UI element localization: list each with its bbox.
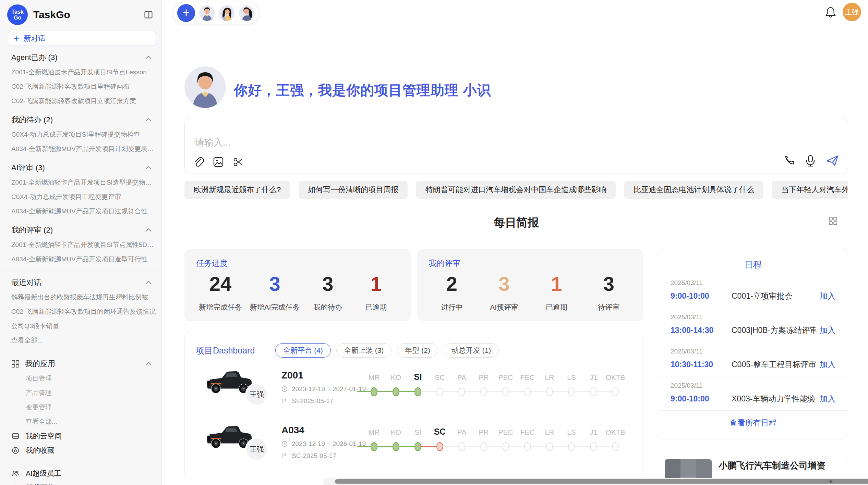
sidebar-task-item[interactable]: C0X4-动力总成开发项目SI里程碑提交物检查 [0, 127, 161, 142]
chat-input[interactable] [194, 137, 710, 148]
sidebar-section-header[interactable]: AI评审 (3) [0, 160, 161, 175]
sidebar-task-item[interactable]: Z001-全新燃油轻卡产品开发项目SI节点属性5D文件评审 [0, 238, 161, 252]
milestone: SI [407, 369, 429, 413]
milestone-dot [414, 387, 421, 396]
recent-chat-item[interactable]: 解释最新出台的欧盟报废车法规再生塑料比例被调至15%... [0, 290, 161, 304]
milestone-label: FEC [520, 373, 535, 382]
apps-view-all[interactable]: 查看全部... [0, 414, 161, 429]
app-item[interactable]: 变更管理 [0, 400, 161, 414]
notifications-bell-icon[interactable] [825, 6, 836, 18]
sidebar-task-item[interactable]: Z001-全新燃油皮卡产品开发项目SI节点Lesson Learn报告 [0, 65, 161, 79]
suggestion-chip[interactable]: 当下年轻人对汽车外观有怎样的喜好趋势 [772, 181, 848, 199]
my-apps-header[interactable]: 我的应用 [0, 356, 161, 371]
sidebar-task-item[interactable]: C0X4-动力总成开发项目工程变更评审 [0, 190, 161, 204]
project-dashboard-card: 项目Dashboard 全新平台 (4)全新上装 (3)年型 (2)动总开发 (… [184, 332, 643, 479]
project-row[interactable]: 王强 Z001 2023-12-19 ~ 2027-01-19 SI-2025-… [185, 366, 643, 421]
sidebar-section-header[interactable]: 我的待办 (2) [0, 112, 161, 127]
user-avatar[interactable]: 王强 [843, 3, 861, 21]
stat-value: 3 [484, 273, 525, 296]
send-icon[interactable] [826, 154, 839, 167]
milestone-label: FEC [520, 428, 535, 436]
agent-avatar-2[interactable] [219, 5, 235, 21]
sidebar-section-title: Agent已办 (3) [11, 52, 58, 63]
chevron-up-icon [145, 362, 152, 366]
stat: 1 已逾期 [536, 273, 577, 312]
sidebar-section-title: AI评审 (3) [11, 163, 45, 173]
add-agent-button[interactable]: + [177, 4, 195, 22]
dashboard-filter-chip[interactable]: 全新上装 (3) [336, 343, 392, 358]
layout-grid-icon[interactable] [829, 216, 837, 225]
horizontal-scrollbar[interactable] [324, 478, 868, 485]
stat: 1 已逾期 [356, 273, 396, 312]
milestone-dot [546, 387, 553, 396]
recent-chat-item[interactable]: 公司Q3轻卡销量 [0, 319, 161, 333]
schedule-join-link[interactable]: 加入 [820, 359, 835, 370]
logo-line1: Task [11, 9, 23, 15]
sidebar-task-item[interactable]: C02-飞腾新能源轻客改款项目里程碑画布 [0, 79, 161, 94]
scissors-icon[interactable] [233, 157, 244, 167]
milestone-label: SI [414, 428, 421, 436]
chat-composer [184, 117, 848, 173]
recent-chats-title: 最近对话 [11, 277, 41, 288]
recent-chat-item[interactable]: C02-飞腾新能源轻客改款项目的闭环通告反馈情况 [0, 304, 161, 319]
milestone-label: PR [479, 428, 489, 436]
phone-icon[interactable] [783, 155, 795, 166]
schedule-join-link[interactable]: 加入 [820, 394, 835, 404]
star-badge-icon [11, 447, 20, 454]
schedule-join-link[interactable]: 加入 [820, 291, 835, 301]
suggestion-chip[interactable]: 如何写一份清晰的项目周报 [299, 181, 408, 199]
attach-icon[interactable] [194, 157, 204, 167]
agent-avatar-3[interactable] [239, 5, 255, 21]
assistant-avatar [184, 66, 226, 108]
suggestion-chip[interactable]: 欧洲新规最近颁布了什么? [184, 181, 290, 199]
sidebar-task-item[interactable]: A034-全新新能源MUV产品开发项目法规符合性评审 [0, 204, 161, 219]
scrollbar-thumb[interactable] [335, 479, 868, 484]
sidebar-collapse-button[interactable] [142, 9, 155, 21]
sidebar-task-item[interactable]: A034-全新新能源MUV产品开发项目计划变更表编写 [0, 142, 161, 156]
milestone-dot [480, 442, 487, 451]
greeting-text: 你好，王强，我是你的项目管理助理 小识 [234, 81, 491, 100]
sidebar-task-item[interactable]: Z001-全新燃油轻卡产品开发项目SI造型提交物评审 [0, 175, 161, 190]
sidebar-item-help-write[interactable]: 帮我写作 [0, 481, 161, 485]
sidebar-section-header[interactable]: 我的评审 (2) [0, 223, 161, 238]
milestone-label: LS [567, 373, 576, 382]
sidebar-item-ai-employee[interactable]: AI超级员工 [0, 466, 161, 481]
schedule-join-link[interactable]: 加入 [820, 325, 835, 336]
project-name: A034 [281, 425, 304, 436]
dashboard-filter-chip[interactable]: 全新平台 (4) [275, 343, 331, 358]
favorites-label: 我的收藏 [26, 446, 55, 455]
agent-avatar-1[interactable] [199, 5, 215, 21]
schedule-time: 9:00-10:00 [671, 291, 732, 301]
mic-icon[interactable] [805, 154, 816, 167]
dashboard-filter-chip[interactable]: 年型 (2) [397, 343, 438, 358]
image-icon[interactable] [213, 157, 224, 167]
schedule-event: C003|H0B-方案冻结评审 [732, 325, 816, 336]
project-flag-text: SI-2025-05-17 [292, 397, 333, 405]
milestone: PR [473, 423, 495, 468]
scroll-right-arrow-icon[interactable] [829, 479, 834, 484]
suggestion-chip[interactable]: 特朗普可能对进口汽车增税会对中国车企造成哪些影响 [416, 181, 616, 199]
dashboard-filter-chip[interactable]: 动总开发 (1) [444, 343, 499, 358]
app-item[interactable]: 产品管理 [0, 386, 161, 400]
schedule-event: C001-立项审批会 [732, 291, 816, 301]
recent-chats-header[interactable]: 最近对话 [0, 275, 161, 290]
milestone-label: PA [457, 428, 466, 436]
milestone-label: LR [545, 373, 554, 382]
milestone-label: J1 [590, 373, 597, 382]
schedule-event: X003-车辆动力学性能验... [732, 394, 816, 404]
milestone-dot [524, 387, 531, 396]
schedule-view-all-link[interactable]: 查看所有日程 [658, 418, 848, 428]
sidebar-item-favorites[interactable]: 我的收藏 [0, 443, 161, 458]
project-row[interactable]: 王强 A034 2023-12-19 ~ 2026-01-19 SC-2025-… [185, 421, 643, 475]
sidebar-task-item[interactable]: A034-全新新能源MUV产品开发项目造型可行性评审 [0, 252, 161, 266]
sidebar-item-cloud-space[interactable]: 我的云空间 [0, 429, 161, 443]
app-item[interactable]: 项目管理 [0, 371, 161, 386]
sidebar-section-header[interactable]: Agent已办 (3) [0, 50, 161, 65]
clock-icon [281, 441, 288, 447]
new-chat-button[interactable]: + 新对话 [8, 31, 156, 46]
suggestion-chip[interactable]: 比亚迪全固态电池计划具体说了什么 [624, 181, 763, 199]
milestone-dot [371, 387, 377, 396]
recent-chats-view-all[interactable]: 查看全部... [0, 333, 161, 348]
sidebar-task-item[interactable]: C02-飞腾新能源轻客改款项目立项汇报方案 [0, 94, 161, 108]
milestone: PEC [495, 369, 517, 413]
